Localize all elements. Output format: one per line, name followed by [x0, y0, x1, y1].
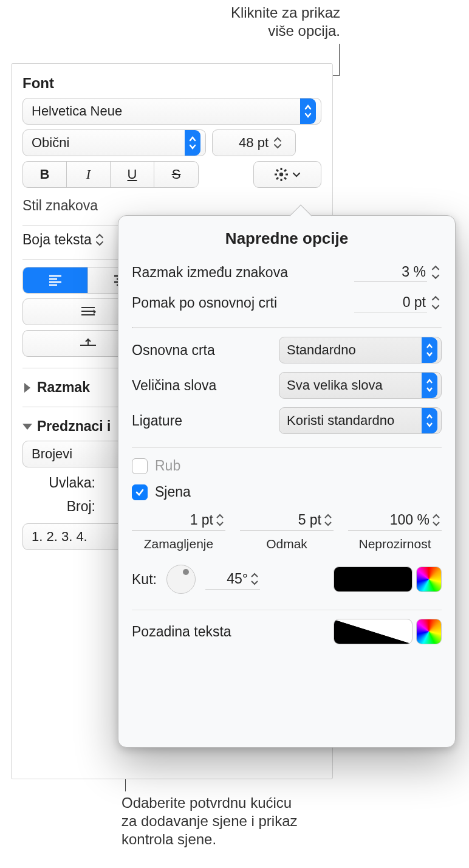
advanced-options-button[interactable] — [253, 161, 321, 188]
shadow-checkbox-row: Sjena — [132, 484, 442, 500]
stepper-arrows-icon — [216, 514, 224, 526]
ligatures-popup[interactable]: Koristi standardno — [279, 407, 442, 434]
svg-point-0 — [279, 173, 283, 176]
text-background-row: Pozadina teksta — [132, 619, 442, 644]
font-size-value: 48 pt — [239, 135, 269, 151]
baseline-label: Osnovna crta — [132, 342, 279, 359]
shadow-color-picker-button[interactable] — [416, 567, 442, 592]
callout-top: Kliknite za prikaz više opcija. — [194, 4, 340, 40]
shadow-offset-col: 5 pt Odmak — [240, 510, 334, 551]
align-left-icon — [48, 275, 63, 286]
bold-button[interactable]: B — [23, 162, 67, 187]
baseline-up-icon — [79, 337, 97, 350]
align-left-button[interactable] — [23, 267, 88, 293]
angle-value: 45° — [227, 571, 248, 587]
outline-label: Rub — [155, 458, 180, 474]
tracking-input[interactable]: 3 % — [354, 263, 427, 282]
leader-v1 — [339, 44, 340, 75]
shadow-opacity-value: 100 % — [390, 512, 430, 528]
shadow-blur-caption: Zamagljenje — [144, 537, 213, 551]
caps-row: Veličina slova Sva velika slova — [132, 372, 442, 399]
angle-input[interactable]: 45° — [205, 569, 260, 590]
text-background-color-picker-button[interactable] — [416, 619, 442, 644]
dropdown-arrows-icon — [185, 130, 200, 156]
baseline-popup[interactable]: Standardno — [279, 337, 442, 363]
stepper-arrows-icon — [273, 137, 287, 149]
caps-popup[interactable]: Sva velika slova — [279, 372, 442, 399]
outline-checkbox-row: Rub — [132, 458, 442, 474]
text-background-color-well[interactable] — [334, 619, 413, 644]
font-family-popup[interactable]: Helvetica Neue — [22, 98, 321, 125]
callout-top-text: Kliknite za prikaz više opcija. — [194, 4, 340, 40]
tracking-label: Razmak između znakova — [132, 264, 354, 281]
underline-button[interactable]: U — [111, 162, 154, 187]
tracking-row: Razmak između znakova 3 % — [132, 261, 442, 283]
baseline-value: Standardno — [287, 342, 356, 358]
disclosure-triangle-icon — [22, 424, 32, 430]
shadow-opacity-input[interactable]: 100 % — [348, 510, 442, 531]
stepper-arrows-icon — [432, 514, 440, 526]
text-style-segment: B I U S — [22, 161, 199, 188]
text-color-label: Boja teksta — [22, 232, 92, 248]
stepper-arrows-icon — [250, 573, 259, 585]
caps-label: Veličina slova — [132, 377, 279, 394]
tracking-value: 3 % — [402, 264, 426, 280]
spacing-label: Razmak — [37, 379, 90, 396]
svg-line-7 — [276, 177, 278, 179]
font-size-stepper[interactable]: 48 pt — [212, 129, 296, 156]
dropdown-arrows-icon — [422, 373, 437, 398]
disclosure-triangle-icon — [24, 383, 30, 393]
shadow-checkbox[interactable] — [132, 484, 148, 500]
indent-label: Uvlaka: — [22, 475, 95, 491]
baseline-row: Osnovna crta Standardno — [132, 337, 442, 363]
bullets-type-value: Brojevi — [32, 446, 72, 462]
shadow-opacity-col: 100 % Neprozirnost — [348, 510, 442, 551]
caps-value: Sva velika slova — [287, 377, 383, 393]
baseline-shift-value: 0 pt — [403, 294, 426, 311]
baseline-shift-label: Pomak po osnovnoj crti — [132, 295, 354, 311]
svg-line-6 — [284, 177, 286, 179]
baseline-shift-input[interactable]: 0 pt — [354, 293, 427, 312]
callout-bottom-text: Odaberite potvrdnu kućicu za dodavanje s… — [122, 794, 328, 849]
gear-icon — [274, 167, 289, 182]
bullets-label: Predznaci i — [37, 418, 111, 435]
dropdown-arrows-icon — [422, 408, 437, 433]
text-color-popup[interactable]: Boja teksta — [22, 232, 104, 248]
typeface-popup[interactable]: Obični — [22, 129, 206, 156]
shadow-opacity-caption: Neprozirnost — [358, 537, 431, 551]
shadow-offset-value: 5 pt — [298, 512, 321, 528]
separator — [132, 327, 442, 328]
ligatures-label: Ligature — [132, 413, 279, 429]
shadow-color-well[interactable] — [334, 567, 413, 592]
font-family-value: Helvetica Neue — [32, 103, 122, 119]
dropdown-arrows-icon — [95, 233, 104, 246]
baseline-shift-row: Pomak po osnovnoj crti 0 pt — [132, 292, 442, 314]
font-section-title: Font — [22, 75, 321, 92]
chevron-down-icon — [292, 172, 301, 177]
outline-checkbox[interactable] — [132, 458, 148, 474]
char-style-label: Stil znakova — [22, 198, 321, 214]
popover-title: Napredne opcije — [132, 229, 442, 248]
stepper-arrows-icon — [324, 514, 332, 526]
angle-dial[interactable] — [166, 565, 196, 594]
number-format-value: 1. 2. 3. 4. — [32, 529, 87, 545]
text-background-label: Pozadina teksta — [132, 624, 334, 640]
italic-button[interactable]: I — [67, 162, 111, 187]
callout-bottom: Odaberite potvrdnu kućicu za dodavanje s… — [122, 794, 328, 849]
shadow-blur-value: 1 pt — [190, 512, 213, 528]
shadow-offset-input[interactable]: 5 pt — [240, 510, 334, 531]
svg-line-8 — [284, 170, 286, 171]
advanced-options-popover: Napredne opcije Razmak između znakova 3 … — [118, 215, 456, 748]
shadow-blur-input[interactable]: 1 pt — [132, 510, 225, 531]
shadow-offset-caption: Odmak — [266, 537, 307, 551]
separator — [132, 610, 442, 610]
ligatures-row: Ligature Koristi standardno — [132, 407, 442, 434]
dropdown-arrows-icon — [422, 337, 437, 363]
shadow-angle-row: Kut: 45° — [132, 565, 442, 594]
shadow-label: Sjena — [155, 484, 191, 500]
svg-line-5 — [276, 170, 278, 171]
stepper-arrows-icon[interactable] — [431, 261, 442, 283]
indent-icon — [79, 306, 97, 318]
stepper-arrows-icon[interactable] — [431, 292, 442, 314]
strike-button[interactable]: S — [154, 162, 198, 187]
